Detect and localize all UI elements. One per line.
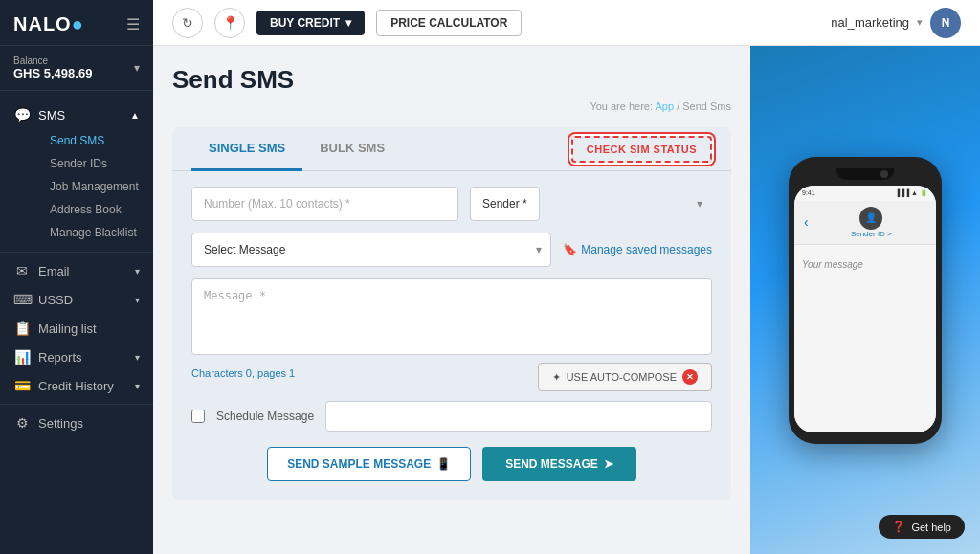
- tabs-bar: SINGLE SMS BULK SMS CHECK SIM STATUS: [172, 127, 731, 171]
- sidebar-item-mailing-label: Mailing list: [38, 321, 97, 336]
- breadcrumb-app-link[interactable]: App: [655, 100, 674, 112]
- select-message-wrapper: Select Message: [191, 233, 551, 267]
- send-sample-button[interactable]: SEND SAMPLE MESSAGE 📱: [267, 447, 471, 481]
- schedule-date-input[interactable]: September 3rd 09:47 am: [325, 401, 712, 432]
- breadcrumb-current: Send Sms: [682, 100, 731, 112]
- sms-icon: 💬: [13, 107, 31, 122]
- number-sender-row: Sender *: [191, 187, 712, 221]
- mailing-icon: 📋: [13, 321, 31, 336]
- sidebar: NALO● ☰ Balance GHS 5,498.69 ▾ 💬 SMS ▲ S…: [0, 0, 153, 554]
- send-icon: ➤: [604, 457, 613, 471]
- phone-message-body: Your message: [794, 245, 936, 432]
- phone-back-icon: ‹: [804, 214, 809, 230]
- sidebar-item-reports-label: Reports: [38, 350, 82, 365]
- email-arrow-icon: ▾: [135, 266, 140, 277]
- phone-message-label: Your message: [802, 259, 863, 270]
- balance-chevron-icon[interactable]: ▾: [134, 61, 140, 75]
- topbar: ↻ 📍 BUY CREDIT ▾ PRICE CALCULATOR nal_ma…: [153, 0, 980, 46]
- nav-divider-2: [0, 404, 153, 405]
- tab-single-sms[interactable]: SINGLE SMS: [191, 127, 302, 171]
- phone-notch: [836, 168, 894, 180]
- hamburger-icon[interactable]: ☰: [126, 15, 140, 33]
- sender-select[interactable]: Sender *: [470, 187, 540, 221]
- main-area: ↻ 📍 BUY CREDIT ▾ PRICE CALCULATOR nal_ma…: [153, 0, 980, 554]
- phone-nav-bar: ‹ 👤 Sender ID >: [794, 201, 936, 245]
- sender-select-wrapper: Sender *: [470, 187, 712, 221]
- phone-avatar: 👤: [859, 207, 882, 230]
- manage-saved-link[interactable]: 🔖 Manage saved messages: [563, 243, 712, 256]
- ussd-arrow-icon: ▾: [135, 295, 140, 305]
- sidebar-item-sms-label: SMS: [38, 108, 65, 122]
- sidebar-item-send-sms[interactable]: Send SMS: [36, 129, 153, 152]
- location-button[interactable]: 📍: [214, 8, 245, 38]
- nav-sms-section: 💬 SMS ▲ Send SMS Sender IDs Job Manageme…: [0, 97, 153, 248]
- sidebar-item-email[interactable]: ✉ Email ▾: [0, 256, 153, 285]
- buy-credit-button[interactable]: BUY CREDIT ▾: [256, 11, 365, 35]
- sidebar-item-sms[interactable]: 💬 SMS ▲: [0, 100, 153, 129]
- balance-amount: GHS 5,498.69: [13, 66, 92, 80]
- sidebar-item-credit-label: Credit History: [38, 379, 114, 393]
- sidebar-item-reports[interactable]: 📊 Reports ▾: [0, 343, 153, 371]
- schedule-checkbox[interactable]: [191, 410, 205, 423]
- sms-arrow-icon: ▲: [130, 110, 140, 121]
- bookmark-icon: 🔖: [563, 243, 577, 256]
- tab-bulk-sms[interactable]: BULK SMS: [302, 127, 402, 171]
- reports-icon: 📊: [13, 349, 31, 365]
- char-count: Characters 0, pages 1: [191, 367, 295, 379]
- buy-credit-label: BUY CREDIT: [270, 16, 340, 30]
- sidebar-item-settings-label: Settings: [38, 416, 83, 431]
- settings-icon: ⚙: [13, 415, 31, 431]
- user-chevron-icon: ▾: [917, 16, 923, 29]
- balance-section[interactable]: Balance GHS 5,498.69 ▾: [0, 46, 153, 91]
- help-icon: ❓: [892, 521, 905, 533]
- sidebar-logo-area: NALO● ☰: [0, 0, 153, 46]
- phone-frame: 9:41 ▐▐▐ ▲ 🔋 ‹ 👤 Sender ID > Your messag…: [789, 157, 942, 444]
- avatar: N: [930, 8, 961, 38]
- schedule-row: Schedule Message September 3rd 09:47 am: [191, 401, 712, 432]
- content-area: Send SMS You are here: App / Send Sms SI…: [153, 46, 980, 554]
- ussd-icon: ⌨: [13, 292, 31, 307]
- sidebar-item-address-book[interactable]: Address Book: [36, 198, 153, 221]
- sms-submenu: Send SMS Sender IDs Job Management Addre…: [0, 129, 153, 244]
- nav-divider-1: [0, 252, 153, 253]
- ai-compose-button[interactable]: ✦ USE AUTO-COMPOSE ✕: [538, 363, 712, 391]
- phone-sender-info: 👤 Sender ID >: [816, 207, 926, 238]
- ai-badge: ✕: [682, 369, 698, 385]
- phone-screen: 9:41 ▐▐▐ ▲ 🔋 ‹ 👤 Sender ID > Your messag…: [794, 186, 936, 432]
- phone-status-bar: 9:41 ▐▐▐ ▲ 🔋: [794, 186, 936, 201]
- phone-sender-id: Sender ID >: [851, 230, 892, 238]
- sidebar-item-email-label: Email: [38, 264, 70, 278]
- send-message-button[interactable]: SEND MESSAGE ➤: [482, 447, 636, 481]
- sidebar-item-ussd-label: USSD: [38, 293, 73, 307]
- number-input[interactable]: [191, 187, 458, 221]
- get-help-button[interactable]: ❓ Get help: [879, 515, 965, 539]
- email-icon: ✉: [13, 263, 31, 278]
- sidebar-item-ussd[interactable]: ⌨ USSD ▾: [0, 285, 153, 314]
- sidebar-item-settings[interactable]: ⚙ Settings: [0, 409, 153, 437]
- buy-credit-chevron-icon: ▾: [345, 16, 351, 30]
- send-sample-icon: 📱: [436, 457, 451, 471]
- sidebar-item-credit[interactable]: 💳 Credit History ▾: [0, 371, 153, 400]
- user-menu[interactable]: nal_marketing ▾ N: [831, 8, 961, 38]
- price-calculator-button[interactable]: PRICE CALCULATOR: [376, 10, 522, 36]
- reports-arrow-icon: ▾: [135, 352, 140, 363]
- select-message-dropdown[interactable]: Select Message: [191, 233, 551, 267]
- sidebar-item-sender-ids[interactable]: Sender IDs: [36, 152, 153, 175]
- username-label: nal_marketing: [831, 15, 909, 30]
- page-title: Send SMS: [172, 65, 731, 95]
- balance-label: Balance: [13, 55, 92, 66]
- message-select-row: Select Message 🔖 Manage saved messages: [191, 233, 712, 267]
- refresh-button[interactable]: ↻: [172, 8, 203, 38]
- sidebar-item-job-management[interactable]: Job Management: [36, 175, 153, 198]
- form-panel: Send SMS You are here: App / Send Sms SI…: [153, 46, 750, 554]
- form-body: Sender * Select Message 🔖: [172, 171, 731, 500]
- breadcrumb: You are here: App / Send Sms: [172, 100, 731, 112]
- sidebar-item-mailing[interactable]: 📋 Mailing list: [0, 314, 153, 343]
- credit-icon: 💳: [13, 378, 31, 393]
- message-textarea[interactable]: [191, 278, 712, 355]
- credit-arrow-icon: ▾: [135, 381, 140, 391]
- schedule-label: Schedule Message: [216, 410, 314, 423]
- check-sim-status-button[interactable]: CHECK SIM STATUS: [571, 136, 712, 163]
- sidebar-item-manage-blacklist[interactable]: Manage Blacklist: [36, 221, 153, 244]
- phone-preview: 9:41 ▐▐▐ ▲ 🔋 ‹ 👤 Sender ID > Your messag…: [750, 46, 980, 554]
